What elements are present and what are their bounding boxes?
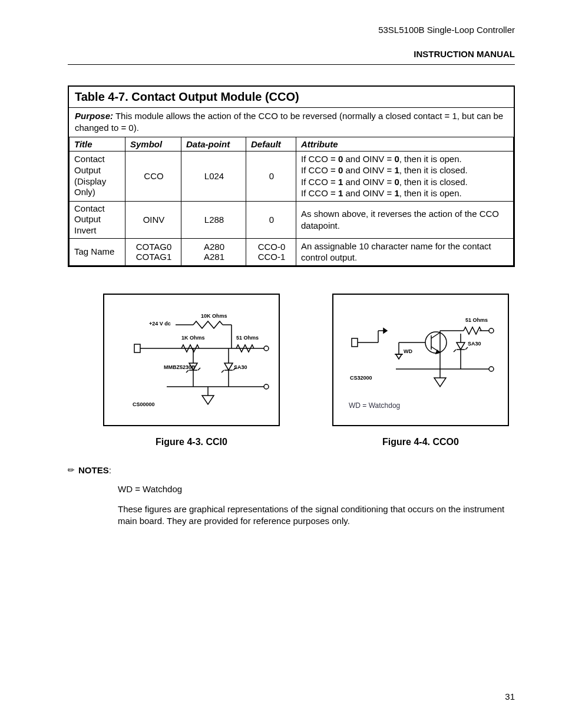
figure-cci0: +24 V dc 10K Ohms 1K Ohms 51 Ohms MMBZ52… [103,294,280,426]
table-row: Contact Output InvertOINVL2880As shown a… [70,201,514,238]
header-rule [68,64,515,65]
label-r3: 51 Ohms [236,335,259,341]
svg-line-25 [431,332,440,338]
label-d: SA30 [468,341,481,347]
col-symbol: Symbol [125,137,181,151]
svg-point-8 [264,346,269,351]
table-cco: Table 4-7. Contact Output Module (CCO) P… [68,85,515,267]
notes-heading: NOTES: [78,465,111,475]
data-table: Title Symbol Data-point Default Attribut… [69,137,514,266]
table-row: Contact Output (Display Only)CCOL0240If … [70,151,514,201]
figure-caption-cco0: Figure 4-4. CCO0 [332,437,509,447]
manual-title: INSTRUCTION MANUAL [68,48,515,61]
svg-point-17 [264,384,269,389]
label-r1: 10K Ohms [201,313,227,319]
col-title: Title [70,137,125,151]
pencil-icon: ✎ [65,464,77,476]
figure-cco0: 51 Ohms SA30 WD CS32000 WD = Watchdog [332,294,509,426]
figure-caption-cci0: Figure 4-3. CCI0 [103,437,280,447]
table-purpose: Purpose: This module allows the action o… [69,107,514,137]
label-legend: WD = Watchdog [349,401,400,410]
label-wd: WD [404,348,412,354]
label-d2: SA30 [234,364,247,370]
col-datapoint: Data-point [181,137,246,151]
label-r2: 1K Ohms [181,335,205,341]
label-src: CS00000 [133,401,155,407]
svg-point-22 [489,328,494,333]
page-number: 31 [505,691,515,701]
label-r: 51 Ohms [465,317,488,323]
col-default: Default [246,137,296,151]
svg-rect-3 [134,344,140,353]
col-attribute: Attribute [296,137,514,151]
label-src: CS32000 [350,375,372,381]
table-row: Tag NameCOTAG0COTAG1A280A281CCO-0CCO-1An… [70,238,514,265]
label-v: +24 V dc [149,321,171,327]
label-d1: MMBZ5230B [164,364,196,370]
svg-point-42 [489,367,494,371]
doc-title: 53SL5100B Single-Loop Controller [68,24,515,37]
notes-body: WD = Watchdog These figures are graphica… [118,483,515,528]
svg-rect-31 [352,338,358,347]
table-title: Table 4-7. Contact Output Module (CCO) [69,87,514,107]
